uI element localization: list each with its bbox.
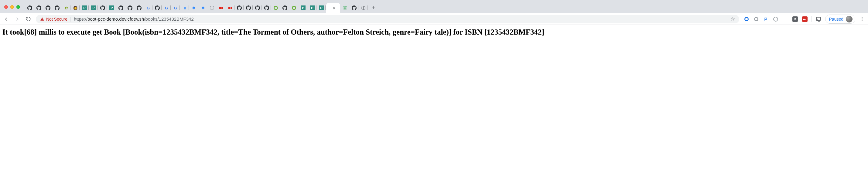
github-icon: [264, 5, 269, 10]
tab[interactable]: P: [89, 3, 98, 13]
pivotal-icon: P: [91, 5, 96, 10]
tab[interactable]: [359, 3, 368, 13]
github-icon: [237, 5, 242, 10]
tab[interactable]: [35, 3, 43, 13]
tab[interactable]: ✱: [198, 3, 207, 13]
tab[interactable]: [262, 3, 271, 13]
profile-avatar-icon: [846, 16, 852, 23]
tab[interactable]: G: [171, 3, 180, 13]
red-squares-icon: [219, 5, 223, 10]
jenkins-icon: 🧔: [73, 5, 78, 10]
tab[interactable]: G: [162, 3, 171, 13]
url-display: https://boot-pcc-demo.dev.cfdev.sh/books…: [74, 17, 194, 22]
tab[interactable]: [208, 3, 216, 13]
tab[interactable]: P: [308, 3, 316, 13]
paused-label: Paused: [829, 17, 843, 22]
tab[interactable]: [226, 3, 235, 13]
tab[interactable]: [217, 3, 225, 13]
sourcetree-icon: ⧖: [182, 5, 187, 10]
tab[interactable]: [153, 3, 162, 13]
tab[interactable]: P: [299, 3, 307, 13]
github-icon: [246, 5, 251, 10]
svg-rect-0: [42, 18, 42, 20]
P-blue-extension-icon[interactable]: P: [763, 16, 769, 22]
tab[interactable]: [98, 3, 107, 13]
window-minimize-button[interactable]: [10, 5, 14, 9]
github-icon: [45, 5, 51, 10]
chrome-menu-button[interactable]: [859, 17, 865, 21]
google-icon: G: [164, 5, 169, 10]
address-separator: [70, 17, 71, 22]
pivotal-icon: P: [310, 5, 315, 10]
tab[interactable]: [235, 3, 244, 13]
tab[interactable]: [272, 3, 280, 13]
jira-icon: ✱: [191, 5, 196, 10]
tab[interactable]: [117, 3, 125, 13]
new-tab-button[interactable]: +: [369, 4, 378, 12]
tab[interactable]: [44, 3, 52, 13]
tab[interactable]: G: [144, 3, 152, 13]
tab[interactable]: P: [107, 3, 116, 13]
not-secure-warning[interactable]: Not Secure: [40, 17, 67, 22]
github-icon: [27, 5, 32, 10]
github-icon: [352, 5, 356, 10]
google-icon: G: [146, 5, 151, 10]
back-button[interactable]: [3, 16, 10, 23]
svg-rect-2: [816, 17, 820, 21]
tab[interactable]: [281, 3, 289, 13]
github-icon: [100, 5, 105, 10]
red-squares-icon: [228, 5, 232, 10]
toolbar: Not Secure https://boot-pcc-demo.dev.cfd…: [0, 13, 868, 25]
window-zoom-button[interactable]: [17, 5, 20, 9]
not-secure-label: Not Secure: [46, 17, 67, 22]
pivotal-icon: P: [82, 5, 87, 10]
window-close-button[interactable]: [4, 5, 8, 9]
tab[interactable]: [53, 3, 61, 13]
page-content: It took[68] millis to execute get Book […: [0, 25, 868, 39]
tab[interactable]: ✿: [62, 3, 70, 13]
page-heading: It took[68] millis to execute get Book […: [2, 27, 866, 37]
dollar-circle-icon: $: [343, 6, 347, 10]
github-icon: [155, 5, 160, 10]
lastpass-extension-icon[interactable]: •••: [802, 16, 808, 22]
bookmark-star-icon[interactable]: ☆: [731, 16, 735, 22]
tab[interactable]: [244, 3, 253, 13]
tab[interactable]: [350, 3, 359, 13]
tab[interactable]: $: [341, 3, 349, 13]
react-devtools-extension-icon[interactable]: [773, 16, 779, 22]
blue-circle-extension-icon[interactable]: [743, 16, 749, 22]
grey-circle-extension-icon[interactable]: [753, 16, 759, 22]
tab[interactable]: [126, 3, 134, 13]
forward-button[interactable]: [14, 16, 21, 23]
pivotal-icon: P: [319, 5, 324, 10]
cast-icon[interactable]: [815, 16, 822, 22]
close-tab-icon[interactable]: ×: [333, 6, 336, 10]
tab[interactable]: P: [317, 3, 326, 13]
address-bar[interactable]: Not Secure https://boot-pcc-demo.dev.cfd…: [36, 15, 739, 23]
tab[interactable]: [26, 3, 34, 13]
url-scheme: https: [74, 17, 84, 22]
tab[interactable]: ✱: [189, 3, 198, 13]
github-icon: [36, 5, 41, 10]
spring-icon: [291, 5, 297, 10]
tab[interactable]: [253, 3, 262, 13]
tab[interactable]: ⧖: [180, 3, 189, 13]
github-icon: [119, 5, 123, 10]
B-badge-extension-icon[interactable]: B: [792, 16, 798, 22]
tab[interactable]: [290, 3, 298, 13]
reload-button[interactable]: [25, 16, 32, 23]
globe-icon: [210, 5, 214, 10]
aws-icon: ✿: [64, 5, 69, 10]
tab[interactable]: P: [80, 3, 89, 13]
github-icon: [128, 5, 132, 10]
code-brackets-extension-icon[interactable]: [782, 16, 788, 22]
tab[interactable]: [135, 3, 143, 13]
tab-strip: ✿🧔PPPGGG⧖✱✱PPP × $ +: [0, 0, 868, 13]
github-icon: [255, 5, 260, 10]
browser-window: ✿🧔PPPGGG⧖✱✱PPP × $ + Not Secure https://…: [0, 0, 868, 39]
extensions-area: PB••• Paused: [743, 14, 865, 24]
tab[interactable]: 🧔: [71, 3, 80, 13]
github-icon: [282, 5, 287, 10]
tab-active[interactable]: ×: [326, 3, 340, 13]
profile-paused-pill[interactable]: Paused: [825, 14, 855, 24]
